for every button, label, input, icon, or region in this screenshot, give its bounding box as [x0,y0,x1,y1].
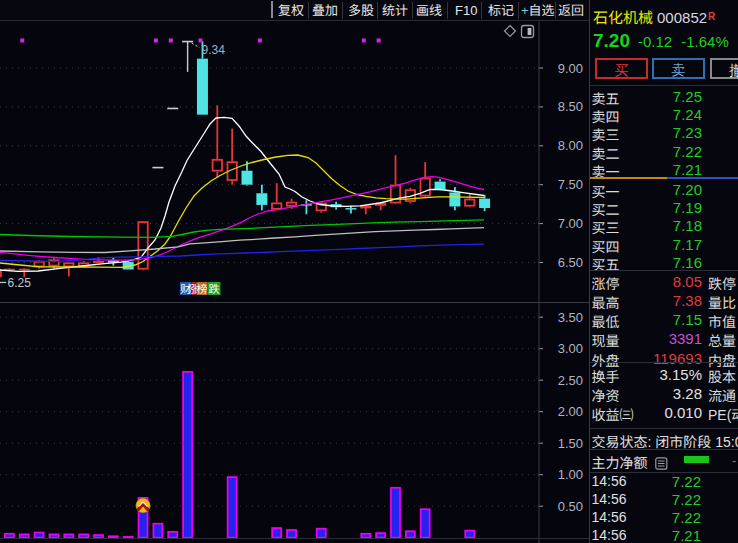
stat-value: 119693 [592,350,702,367]
stock-name-row: 石化机械000852R [593,6,715,27]
list-icon[interactable] [655,457,668,470]
price-row: 7.20-0.12-1.64% [593,30,729,52]
stat-value: 3.28 [592,385,702,402]
tick-price: 7.21 [592,527,701,543]
svg-text:1.00: 1.00 [558,467,583,482]
event-dot [377,39,381,43]
ask-price: 7.22 [592,143,702,160]
svg-text:7.00: 7.00 [558,216,583,231]
main-force-value-clipped: - [732,453,736,468]
separator [590,449,738,450]
volume-bars [5,372,474,538]
stat-label-2: 市值 [708,311,736,331]
split-view-icon [522,26,534,38]
current-price: 7.20 [593,30,630,51]
main-force-net-bar [684,456,709,463]
price-change: -0.12 [638,33,672,50]
event-dot [169,39,173,43]
bid-price: 7.18 [592,217,702,234]
stat-label-2: 股本 [708,366,736,386]
ma-white [0,117,484,271]
margin-tag: R [708,11,715,22]
stat-label-2: 流通 [708,385,736,405]
bid-price: 7.17 [592,236,702,253]
svg-text:3.50: 3.50 [558,310,583,325]
stat-label-2: PE(动 [708,404,738,424]
stock-code: 000852 [657,9,707,26]
svg-text:9.00: 9.00 [558,61,583,76]
cancel-order-button[interactable]: 撤 [710,58,738,79]
price-change-percent: -1.64% [681,33,729,50]
bid-price: 7.20 [592,181,702,198]
separator [590,85,738,86]
quote-panel: 石化机械000852R 7.20-0.12-1.64% 买 卖 撤 卖五7.25… [589,0,738,543]
separator [590,270,738,271]
stock-name: 石化机械 [593,9,653,26]
tick-price: 7.22 [592,491,701,508]
coin-marker [136,499,150,513]
svg-text:8.50: 8.50 [558,99,583,114]
event-badge-text: 跌 [209,283,220,295]
separator [590,428,738,429]
svg-text:3.00: 3.00 [558,341,583,356]
stat-label-2: 总量 [708,330,736,350]
stat-value: 8.05 [592,273,702,290]
trade-status-label: 交易状态: [592,434,652,450]
ask-price: 7.21 [592,161,702,178]
svg-text:1.50: 1.50 [558,436,583,451]
main-force-label: 主力净额 [592,455,648,471]
ask-price: 7.23 [592,124,702,141]
bid-price: 7.19 [592,199,702,216]
sell-button[interactable]: 卖 [652,58,705,79]
trade-status: 交易状态: 闭市阶段 15:0 [592,431,738,451]
stat-value: 7.15 [592,311,702,328]
bid-ask-ratio-bar-ask [590,177,667,179]
svg-text:7.50: 7.50 [558,177,583,192]
kline-volume-chart[interactable]: 9.008.508.007.507.006.503.503.002.502.00… [0,0,589,543]
stat-value: 3.15% [592,366,702,383]
event-dot [20,39,24,43]
svg-text:8.00: 8.00 [558,138,583,153]
ma-magenta [0,177,484,261]
buy-button[interactable]: 买 [595,58,648,79]
ask-price: 7.25 [592,88,702,105]
stat-value: 3391 [592,330,702,347]
event-dot [154,39,158,43]
stat-label-2: 量比 [708,292,736,312]
stock-app-window: 复权 叠加 多股 统计 画线 F10 标记 +自选 返回 9.008.508.0… [0,0,738,543]
svg-text:0.50: 0.50 [558,499,583,514]
trade-status-value: 闭市阶段 15:0 [655,434,738,450]
stat-label-2: 跌停 [708,273,736,293]
ask-price: 7.24 [592,106,702,123]
candles [4,41,490,278]
tick-price: 7.22 [592,509,701,526]
event-dot [258,39,262,43]
svg-text:2.00: 2.00 [558,404,583,419]
high-annotation-label: 9.34 [202,43,226,57]
svg-text:6.50: 6.50 [558,255,583,270]
diamond-icon [505,26,516,37]
main-force-row: 主力净额 [592,452,669,472]
separator [590,362,738,363]
low-annotation-label: 6.25 [8,276,32,290]
bid-price: 7.16 [592,254,702,271]
stat-value: 0.010 [592,404,702,421]
high-annotation-pointer [192,43,200,48]
event-dot [362,39,366,43]
stat-value: 7.38 [592,292,702,309]
ma-gray [0,228,484,253]
svg-text:2.50: 2.50 [558,373,583,388]
tick-price: 7.22 [592,473,701,490]
event-badge-text: 榜 [197,283,208,295]
bid-ask-ratio-bar-bid [667,177,738,179]
